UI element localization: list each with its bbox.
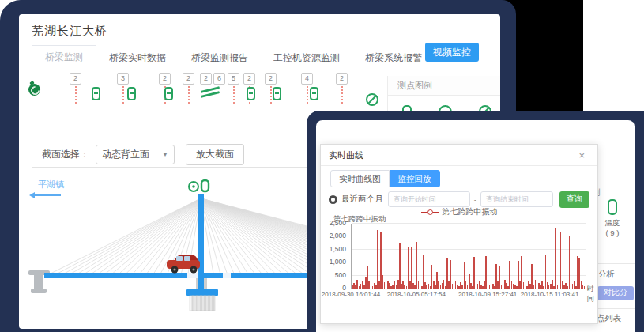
compare-analysis-button[interactable]: 对比分析 <box>597 286 634 300</box>
pylon-chain-icon <box>201 180 209 191</box>
sensor-tick-line <box>122 86 124 104</box>
query-start-time-input[interactable] <box>388 191 470 207</box>
deck-gap-1 <box>187 273 198 278</box>
gridline <box>352 236 586 236</box>
pylon-gauge-dot <box>192 185 195 188</box>
page-title: 芜湖长江大桥 <box>32 24 107 39</box>
chart-ylabels: 05001,0001,5002,0002,500 <box>329 224 348 289</box>
bridge-pier-stem <box>34 274 43 289</box>
badge-sensor-item[interactable]: 5 <box>228 73 239 104</box>
badge-sensor-item[interactable]: 6 <box>213 73 225 85</box>
pylon-top-sensors[interactable] <box>189 180 209 191</box>
chart-x-axis-title: 时间 <box>587 284 599 304</box>
chain-sensor-item[interactable] <box>92 73 100 100</box>
query-end-time-input[interactable] <box>480 191 553 207</box>
tab-monitor-report[interactable]: 桥梁监测报告 <box>179 47 261 70</box>
chain-sensor-item[interactable] <box>164 73 173 100</box>
bridge-pylon <box>198 194 204 291</box>
tab-ipc-resource[interactable]: 工控机资源监测 <box>261 47 352 70</box>
section-select-label: 截面选择： <box>42 148 89 161</box>
sensor-tick-line <box>270 86 272 104</box>
sensor-count-badge: 2 <box>336 73 348 85</box>
left-arrow-icon <box>32 194 61 196</box>
badge-sensor-item[interactable]: 2 <box>336 73 348 104</box>
video-monitor-button[interactable]: 视频监控 <box>425 43 479 62</box>
temperature-legend-item[interactable]: 温度 ( 9 ) <box>594 199 631 238</box>
thermometer-icon <box>608 199 617 215</box>
chart-plot <box>351 224 586 289</box>
chevron-down-icon: ▼ <box>162 151 168 158</box>
chart-bar <box>555 228 556 289</box>
chain-icon <box>247 87 255 100</box>
screen: 芜湖长江大桥 桥梁监测 桥梁实时数据 桥梁监测报告 工控机资源监测 桥梁系统报警… <box>0 0 644 332</box>
chain-sensor-item[interactable] <box>310 73 318 100</box>
chain-icon <box>273 87 281 100</box>
legend-label: 第七跨跨中振动 <box>443 206 498 217</box>
legend-marker-icon <box>421 212 439 213</box>
sensor-count-badge: 6 <box>213 73 225 85</box>
y-tick-label: 1,500 <box>330 245 346 253</box>
front-window-frame: 测点图例 温度 ( 9 ) 对比分析 对比分析 测点列表 实时曲线 × 实时曲线… <box>307 111 644 332</box>
truss-icon <box>201 85 221 100</box>
section-select-value: 动态背立面 <box>102 148 149 161</box>
tab-realtime-curve[interactable]: 实时曲线图 <box>330 170 390 187</box>
chart-bar <box>399 243 401 289</box>
sensor-count-badge: 2 <box>183 73 194 85</box>
front-window-content: 测点图例 温度 ( 9 ) 对比分析 对比分析 测点列表 实时曲线 × 实时曲线… <box>316 120 635 332</box>
query-row: 最近两个月 - 查询 <box>329 191 589 208</box>
chart-bar <box>377 230 378 289</box>
zoom-section-button[interactable]: 放大截面 <box>186 144 244 165</box>
chart-bar <box>411 247 412 289</box>
chain-sensor-item[interactable] <box>127 73 136 100</box>
gauge-icon <box>28 84 40 96</box>
chain-sensor-item[interactable] <box>247 73 255 100</box>
badge-sensor-item[interactable]: 2 <box>183 73 194 104</box>
x-tick-label: 2018-10-05 05:17:54 <box>387 291 446 298</box>
badge-sensor-item[interactable]: 2 <box>70 73 81 104</box>
gridline <box>352 223 586 224</box>
ban-sensor-item[interactable] <box>366 73 378 106</box>
deck-gap-2 <box>223 273 231 278</box>
tab-system-alarm[interactable]: 桥梁系统报警 <box>352 47 435 70</box>
gridline <box>352 249 586 250</box>
y-tick-label: 2,000 <box>330 232 346 240</box>
realtime-curve-modal: 实时曲线 × 实时曲线图 监控回放 最近两个月 - 查询 <box>320 144 598 324</box>
sensor-count-badge: 5 <box>228 73 239 85</box>
gridline <box>352 262 586 262</box>
radio-last-two-months[interactable] <box>329 195 337 204</box>
temperature-label: 温度 <box>594 217 631 228</box>
gauge-sensor-item[interactable] <box>28 73 40 96</box>
chart-xlabels: 2018-09-30 16:01:442018-10-05 05:17:5420… <box>351 291 585 300</box>
sensor-tick-line <box>188 86 190 104</box>
chart-bar <box>584 286 586 289</box>
sensor-count-badge: 2 <box>70 73 81 85</box>
x-tick-label: 2018-10-15 11:03:41 <box>521 291 579 298</box>
close-icon[interactable]: × <box>574 149 589 161</box>
y-tick-label: 500 <box>335 271 346 279</box>
bridge-pier-base <box>31 289 47 293</box>
car <box>167 255 200 274</box>
x-tick-label: 2018-10-09 15:27:41 <box>458 291 517 298</box>
tab-realtime-data[interactable]: 桥梁实时数据 <box>96 47 179 70</box>
chain-icon <box>310 87 318 100</box>
modal-tab-group: 实时曲线图 监控回放 <box>330 170 440 187</box>
chain-icon <box>164 87 173 100</box>
query-button[interactable]: 查询 <box>559 191 589 208</box>
ban-icon <box>366 93 378 106</box>
sensor-tick-line <box>75 86 77 104</box>
radio-label: 最近两个月 <box>341 194 383 205</box>
chain-icon <box>127 87 136 100</box>
sensor-tick-line <box>341 86 343 104</box>
direction-label: 平湖镇 <box>38 179 64 191</box>
chart-bar <box>560 232 562 289</box>
y-tick-label: 1,000 <box>330 258 346 266</box>
y-tick-label: 2,500 <box>330 219 346 227</box>
tab-bridge-monitor[interactable]: 桥梁监测 <box>32 45 96 70</box>
x-tick-label: 2018-09-30 16:01:44 <box>322 291 380 298</box>
modal-header: 实时曲线 × <box>321 145 597 166</box>
section-select-dropdown[interactable]: 动态背立面 ▼ <box>96 145 175 164</box>
temperature-count: ( 9 ) <box>594 228 631 238</box>
tab-monitor-playback[interactable]: 监控回放 <box>390 170 440 187</box>
chain-sensor-item[interactable] <box>273 73 281 100</box>
chain-icon <box>92 87 100 100</box>
